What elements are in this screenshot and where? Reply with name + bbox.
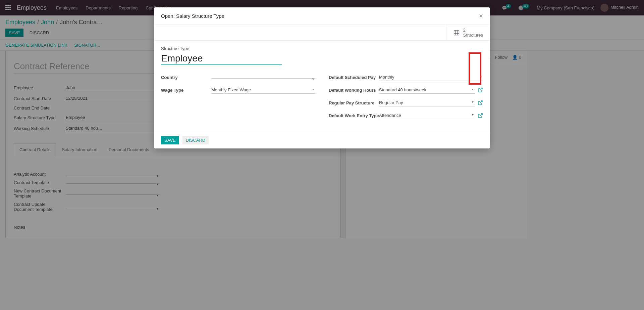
country-field[interactable] (211, 76, 315, 79)
structure-type-label: Structure Type (161, 46, 483, 51)
wage-type-field[interactable]: Monthly Fixed Wage (211, 86, 315, 94)
modal-save-button[interactable]: SAVE (161, 136, 179, 144)
scheduled-pay-field[interactable]: Monthly (379, 74, 483, 81)
structures-count: 2 (463, 28, 483, 33)
external-link-icon[interactable] (478, 87, 483, 93)
structures-stat-button[interactable]: 2 Structures (446, 25, 490, 40)
working-hours-field[interactable]: Standard 40 hours/week (379, 86, 475, 94)
working-hours-label: Default Working Hours (329, 88, 379, 93)
structure-type-input[interactable] (161, 52, 282, 65)
modal-discard-button[interactable]: DISCARD (182, 136, 209, 144)
svg-line-6 (480, 101, 482, 103)
calendar-grid-icon (453, 29, 460, 36)
modal-backdrop: Open: Salary Structure Type × 2 Structur… (0, 0, 644, 238)
modal-salary-structure-type: Open: Salary Structure Type × 2 Structur… (154, 7, 490, 148)
scheduled-pay-label: Default Scheduled Pay (329, 75, 379, 80)
external-link-icon[interactable] (478, 113, 483, 118)
external-link-icon[interactable] (478, 100, 483, 105)
pay-structure-label: Regular Pay Structure (329, 100, 379, 105)
wage-type-label: Wage Type (161, 88, 211, 93)
svg-rect-0 (454, 30, 459, 35)
modal-close-button[interactable]: × (479, 12, 483, 20)
country-label: Country (161, 75, 211, 80)
pay-structure-field[interactable]: Regular Pay (379, 99, 475, 106)
work-entry-label: Default Work Entry Type (329, 113, 379, 118)
work-entry-field[interactable]: Attendance (379, 112, 475, 119)
svg-line-5 (480, 88, 482, 90)
structures-label: Structures (463, 33, 483, 38)
modal-title: Open: Salary Structure Type (161, 13, 224, 19)
svg-line-7 (480, 114, 482, 116)
